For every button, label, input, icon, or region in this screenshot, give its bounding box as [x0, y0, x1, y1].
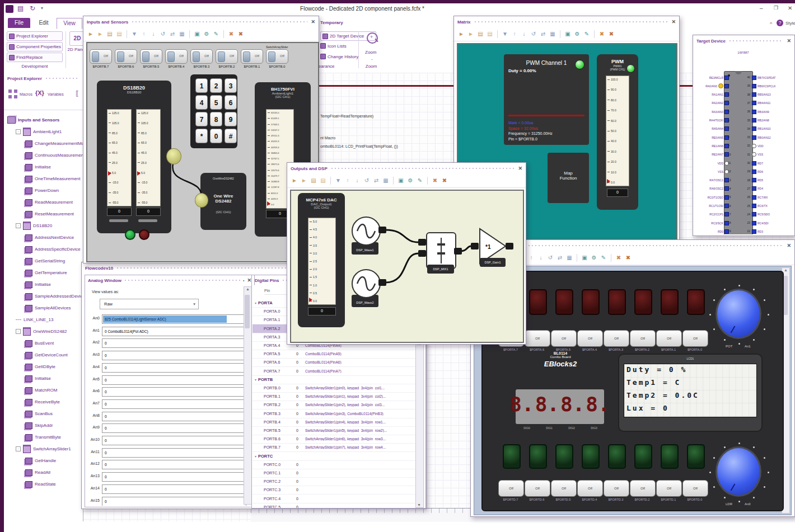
tree-item-switcharrayslider1[interactable]: -SwitchArraySlider1: [4, 443, 83, 455]
toolbar-icon[interactable]: ▤: [106, 30, 114, 38]
analog-row-input[interactable]: 0: [102, 423, 246, 433]
toolbar-icon[interactable]: ▦: [178, 30, 186, 38]
toolbar-icon[interactable]: ▦: [382, 177, 390, 185]
wave2-output-plug[interactable]: [378, 279, 386, 286]
toolbar-icon[interactable]: ▦: [549, 30, 556, 38]
slider-marker[interactable]: [267, 201, 270, 206]
toolbar-icon[interactable]: ►: [96, 30, 104, 38]
analog-row-input[interactable]: 0: [102, 387, 246, 397]
toolbar-icon[interactable]: ↺: [530, 30, 537, 38]
off-button-$PORTA.1[interactable]: Off: [656, 330, 682, 347]
ribbon-button-change-history[interactable]: Change History: [320, 53, 358, 60]
group-expanded-icon[interactable]: ▾: [255, 454, 256, 458]
analog-row-input[interactable]: 0: [102, 338, 246, 348]
scroll-up-icon[interactable]: ▲: [784, 268, 788, 272]
pin-row-portc.3[interactable]: PORTC.30: [252, 486, 416, 495]
off-button-$PORTD.5[interactable]: Off: [551, 480, 577, 497]
toolbar-icon[interactable]: ►: [87, 30, 95, 38]
pin-row-portb.1[interactable]: PORTB.10SwitchArraySlider1(pin1), keypad…: [252, 392, 416, 401]
tab-view[interactable]: View: [57, 18, 82, 29]
mixer-block[interactable]: [426, 232, 456, 269]
pin-row-portb.6[interactable]: PORTB.60SwitchArraySlider1(pin6), keypad…: [252, 435, 416, 444]
zoom-icon[interactable]: +: [367, 32, 378, 44]
toolbar-icon[interactable]: ✎: [600, 254, 607, 262]
analog-window-header[interactable]: Analog Window ▪ ✕: [85, 275, 254, 285]
expander-icon[interactable]: -: [16, 446, 21, 451]
keypad-key-0[interactable]: 0: [210, 129, 222, 143]
off-button-$PORTD.0[interactable]: Off: [682, 480, 708, 497]
port-group-portb[interactable]: ▾PORTB: [252, 375, 416, 384]
toolbar-icon[interactable]: ▼: [501, 30, 509, 38]
tree-item-onewireds2482[interactable]: -OneWireDS2482: [4, 326, 83, 337]
switch-thumb[interactable]: [167, 51, 175, 62]
slider-marker[interactable]: [137, 171, 141, 176]
analog-row-input[interactable]: 0: [102, 460, 246, 469]
pin-row-portc.4[interactable]: PORTC.40: [252, 495, 416, 503]
analog-scrollbar[interactable]: ▲: [244, 286, 252, 505]
toolbar-icon[interactable]: ⇄: [556, 254, 564, 262]
pin-row-portc.2[interactable]: PORTC.20: [252, 477, 416, 486]
tree-macro-initialise[interactable]: Initialise: [4, 161, 83, 173]
slider-marker[interactable]: [309, 298, 312, 302]
tree-macro-receivebyte[interactable]: ReceiveByte: [4, 396, 83, 408]
toolbar-icon[interactable]: ↓: [520, 30, 528, 38]
toolbar-icon[interactable]: ▼: [130, 30, 138, 38]
off-button-$PORTD.3[interactable]: Off: [604, 480, 629, 497]
toolbar-icon[interactable]: ✎: [416, 177, 424, 185]
off-button-$PORTA.3[interactable]: Off: [604, 330, 629, 347]
inputs-canvas[interactable]: Off$PORTB.7Off$PORTB.6Off$PORTB.5Off$POR…: [86, 42, 319, 262]
off-button-$PORTA.2[interactable]: Off: [630, 330, 656, 347]
toolbar-icon[interactable]: ⇄: [539, 30, 547, 38]
toolbar-icon[interactable]: ✖: [607, 30, 615, 38]
tree-macro-initialise[interactable]: Initialise: [4, 279, 83, 290]
scrollbar-thumb[interactable]: [245, 295, 250, 328]
analog-row-input[interactable]: 0: [102, 484, 246, 494]
keypad-key-6[interactable]: 6: [225, 95, 237, 110]
toggle-switch-$PORTB.4[interactable]: Off: [165, 49, 188, 64]
tree-macro-getdevicecount[interactable]: GetDeviceCount: [4, 349, 83, 361]
analog-row-input[interactable]: 825 ComboBL0114(LightSensor ADC): [102, 314, 244, 324]
voltage-slider[interactable]: 5.04.54.03.53.02.52.01.51.00.50.0: [308, 218, 336, 305]
toolbar-icon[interactable]: ✖: [441, 177, 448, 185]
wave1-output-plug[interactable]: [378, 227, 386, 233]
switch-thumb[interactable]: [268, 51, 275, 62]
pin-row-portb.4[interactable]: PORTB.40SwitchArraySlider1(pin4), keypad…: [252, 418, 416, 427]
pin-row-portb.2[interactable]: PORTB.20SwitchArraySlider1(pin2), keypad…: [252, 401, 416, 409]
close-icon[interactable]: ✕: [787, 243, 791, 248]
toolbar-icon[interactable]: ⚙: [590, 254, 598, 262]
toolbar-icon[interactable]: ▣: [564, 30, 572, 38]
toggle-switch-$PORTB.2[interactable]: Off: [216, 49, 238, 64]
toolbar-icon[interactable]: ►: [457, 30, 465, 38]
tree-item-ds18b20[interactable]: -DS18B20: [4, 220, 83, 232]
pin-row-portb.5[interactable]: PORTB.50SwitchArraySlider1(pin5), keypad…: [252, 426, 416, 435]
toggle-switch-$PORTB.3[interactable]: Off: [190, 49, 213, 64]
tab-edit[interactable]: Edit: [33, 18, 54, 28]
toolbar-icon[interactable]: ✎: [212, 30, 220, 38]
help-icon[interactable]: ?: [777, 20, 783, 26]
tree-macro-getidbyte[interactable]: GetIDByte: [4, 361, 83, 373]
wave2-generator[interactable]: [352, 269, 381, 298]
toolbar-icon[interactable]: ↑: [511, 30, 518, 38]
tree-macro-gettemperature[interactable]: GetTemperature: [4, 267, 83, 279]
toolbar-icon[interactable]: ✖: [431, 177, 439, 185]
mixer-output-plug[interactable]: [454, 248, 462, 255]
toolbar-icon[interactable]: ►: [291, 177, 298, 185]
toggle-switch-$PORTB.7[interactable]: Off: [90, 49, 112, 64]
tree-macro-changemeasurementmode[interactable]: ChangeMeasurementMode: [4, 138, 83, 149]
expander-icon[interactable]: -: [16, 129, 21, 134]
pin-row-portb.0[interactable]: PORTB.00SwitchArraySlider1(pin0), keypad…: [252, 384, 416, 393]
analog-row-input[interactable]: 0: [102, 472, 246, 482]
close-icon[interactable]: ✕: [311, 19, 315, 25]
switch-thumb[interactable]: [92, 51, 99, 62]
slider-marker[interactable]: [108, 171, 111, 176]
close-window-icon[interactable]: ✕: [788, 5, 792, 11]
tree-macro-sampleaddresseddevice[interactable]: SampleAddressedDevice: [4, 290, 83, 302]
toolbar-icon[interactable]: ✖: [615, 254, 623, 262]
tree-macro-skipaddr[interactable]: SkipAddr: [4, 420, 83, 431]
toolbar-icon[interactable]: ↑: [527, 254, 535, 262]
pin-row-portc.0[interactable]: PORTC.00: [252, 460, 416, 469]
tree-macro-scanbus[interactable]: ScanBus: [4, 408, 83, 420]
off-button-$PORTD.1[interactable]: Off: [656, 480, 682, 497]
toolbar-icon[interactable]: ↓: [353, 177, 361, 185]
tree-macro-matchrom[interactable]: MatchROM: [4, 384, 83, 396]
